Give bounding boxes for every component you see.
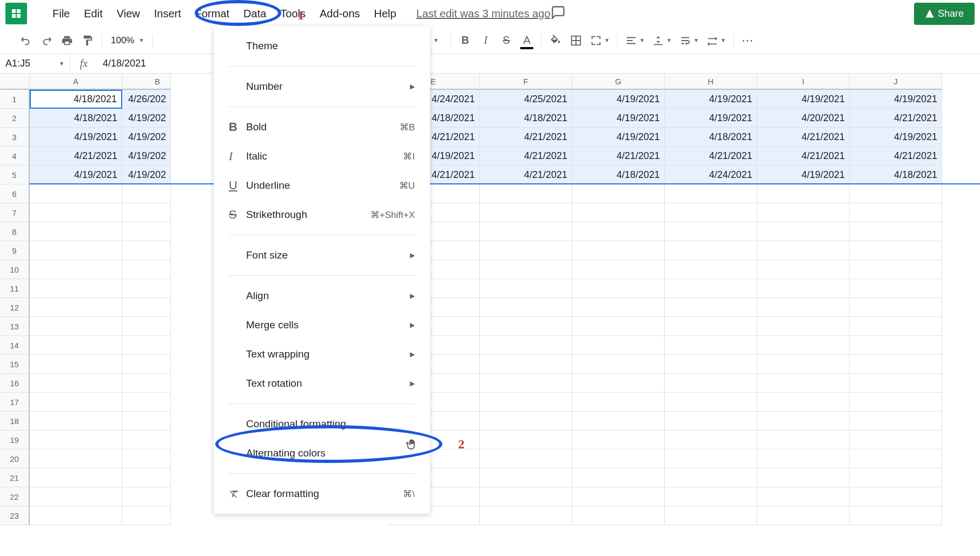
row-header-2[interactable]: 2 xyxy=(0,109,30,128)
cell[interactable] xyxy=(122,355,171,374)
menu-italic[interactable]: IItalic⌘I xyxy=(214,142,430,171)
menu-addons[interactable]: Add-ons xyxy=(313,4,367,23)
cell[interactable] xyxy=(30,468,122,487)
cell[interactable] xyxy=(572,393,665,412)
cell[interactable] xyxy=(665,431,757,449)
comment-icon[interactable] xyxy=(551,5,566,22)
cell[interactable] xyxy=(757,203,850,222)
cell[interactable] xyxy=(850,184,942,203)
cell[interactable] xyxy=(757,355,850,374)
menu-data[interactable]: Data xyxy=(237,4,273,23)
cell[interactable] xyxy=(572,468,665,487)
cell[interactable] xyxy=(850,260,942,279)
menu-clear-formatting[interactable]: Clear formatting⌘\ xyxy=(214,479,430,508)
col-header-f[interactable]: F xyxy=(480,74,572,90)
row-header-4[interactable]: 4 xyxy=(0,147,30,166)
row-header-16[interactable]: 16 xyxy=(0,374,30,393)
cell[interactable] xyxy=(757,468,850,487)
cell[interactable] xyxy=(665,355,757,374)
cell[interactable] xyxy=(122,393,171,412)
cell[interactable]: 4/19/202 xyxy=(122,147,171,166)
cell[interactable]: 4/19/2021 xyxy=(850,90,942,109)
row-header-22[interactable]: 22 xyxy=(0,487,30,506)
cell[interactable]: 4/18/2021 xyxy=(850,166,942,184)
cell[interactable] xyxy=(850,317,942,336)
cell[interactable] xyxy=(757,279,850,298)
cell[interactable] xyxy=(480,317,572,336)
row-header-13[interactable]: 13 xyxy=(0,317,30,336)
cell[interactable] xyxy=(30,374,122,393)
cell[interactable]: 4/19/2021 xyxy=(572,128,665,147)
cell[interactable] xyxy=(850,449,942,468)
cell[interactable] xyxy=(480,222,572,241)
cell[interactable] xyxy=(30,355,122,374)
cell[interactable] xyxy=(757,393,850,412)
menu-help[interactable]: Help xyxy=(368,4,403,23)
cell[interactable] xyxy=(850,203,942,222)
vertical-align-button[interactable]: ▼ xyxy=(649,31,675,50)
cell[interactable] xyxy=(30,506,122,525)
cell[interactable] xyxy=(480,336,572,355)
borders-button[interactable] xyxy=(566,31,586,50)
cell[interactable] xyxy=(122,260,171,279)
menu-tools[interactable]: Tools xyxy=(274,4,312,23)
print-button[interactable] xyxy=(57,31,77,50)
menu-bold[interactable]: BBold⌘B xyxy=(214,112,430,142)
cell[interactable] xyxy=(665,298,757,317)
sheets-logo-icon[interactable] xyxy=(5,3,27,24)
cell[interactable]: 4/24/2021 xyxy=(665,166,757,184)
cell[interactable]: 4/25/2021 xyxy=(480,90,572,109)
cell[interactable] xyxy=(122,374,171,393)
row-header-20[interactable]: 20 xyxy=(0,449,30,468)
row-header-14[interactable]: 14 xyxy=(0,336,30,355)
row-header-15[interactable]: 15 xyxy=(0,355,30,374)
cell[interactable]: 4/21/2021 xyxy=(757,147,850,166)
fill-color-button[interactable] xyxy=(546,31,565,50)
cell[interactable] xyxy=(850,279,942,298)
cell[interactable] xyxy=(480,468,572,487)
col-header-j[interactable]: J xyxy=(850,74,942,90)
cell[interactable] xyxy=(122,506,171,525)
cell[interactable] xyxy=(480,487,572,506)
cell[interactable] xyxy=(665,203,757,222)
cell[interactable]: 4/19/2021 xyxy=(572,109,665,128)
cell[interactable] xyxy=(572,412,665,431)
cell[interactable] xyxy=(572,317,665,336)
cell[interactable]: 4/19/2021 xyxy=(850,128,942,147)
menu-format[interactable]: Format xyxy=(189,4,236,23)
strikethrough-button[interactable]: S xyxy=(496,31,516,50)
row-header-1[interactable]: 1 xyxy=(0,90,30,109)
bold-button[interactable]: B xyxy=(455,31,475,50)
cell[interactable] xyxy=(572,449,665,468)
cell[interactable] xyxy=(850,468,942,487)
cell[interactable] xyxy=(480,279,572,298)
cell[interactable] xyxy=(757,487,850,506)
cell[interactable] xyxy=(757,317,850,336)
cell[interactable] xyxy=(480,449,572,468)
menu-font-size[interactable]: Font size▶ xyxy=(214,241,430,270)
cell[interactable] xyxy=(572,298,665,317)
cell[interactable] xyxy=(480,412,572,431)
cell[interactable] xyxy=(757,184,850,203)
cell[interactable] xyxy=(122,222,171,241)
cell[interactable] xyxy=(30,279,122,298)
menu-theme[interactable]: Theme xyxy=(214,31,430,61)
cell[interactable] xyxy=(850,374,942,393)
cell[interactable] xyxy=(572,279,665,298)
cell[interactable]: 4/21/2021 xyxy=(572,147,665,166)
undo-button[interactable] xyxy=(16,31,36,50)
cell[interactable]: 4/19/2021 xyxy=(572,90,665,109)
cell[interactable] xyxy=(122,203,171,222)
cell[interactable] xyxy=(122,468,171,487)
cell[interactable] xyxy=(757,298,850,317)
cell[interactable] xyxy=(757,449,850,468)
cell[interactable]: 4/26/202 xyxy=(122,90,171,109)
cell[interactable] xyxy=(665,241,757,260)
cell[interactable] xyxy=(850,241,942,260)
menu-file[interactable]: File xyxy=(46,4,76,23)
cell[interactable]: 4/18/2021 xyxy=(665,128,757,147)
menu-strikethrough[interactable]: SStrikethrough⌘+Shift+X xyxy=(214,200,430,229)
cell[interactable]: 4/21/2021 xyxy=(480,147,572,166)
menu-view[interactable]: View xyxy=(110,4,147,23)
row-header-7[interactable]: 7 xyxy=(0,203,30,222)
